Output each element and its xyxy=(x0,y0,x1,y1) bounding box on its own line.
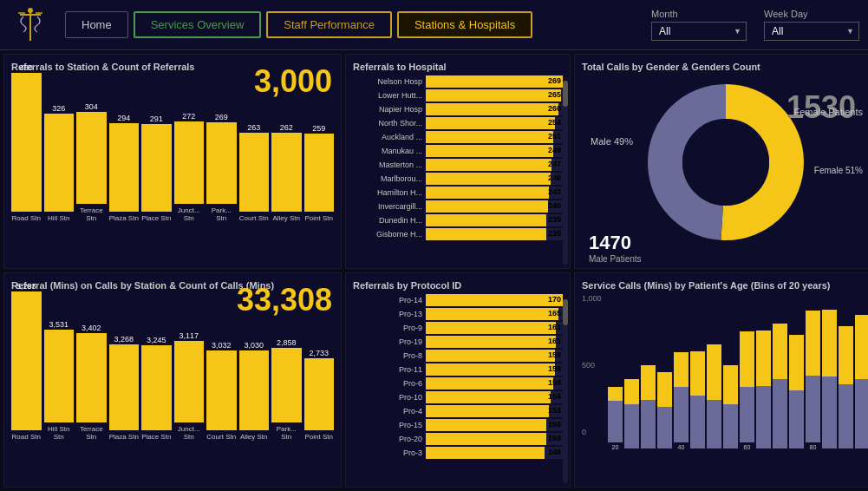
h-bar-label: Pro-4 xyxy=(353,407,422,416)
h-bar-row: North Shor...254 xyxy=(353,117,563,129)
bar-fill xyxy=(141,124,172,212)
h-bar-track: 154 xyxy=(426,391,563,403)
h-bar-fill xyxy=(426,187,549,199)
weekday-label: Week Day xyxy=(764,9,859,19)
h-bar-fill xyxy=(426,377,553,390)
bar-value-label: 3,032 xyxy=(212,341,232,350)
h-bar-value: 238 xyxy=(548,215,561,224)
h-bar-track: 238 xyxy=(426,228,563,240)
bar-column: 3,030Alley Stn xyxy=(239,341,270,442)
bar-x-label: Alley Stn xyxy=(272,214,300,223)
month-select[interactable]: All xyxy=(651,22,747,41)
h-bar-track: 158 xyxy=(426,377,563,390)
bar-column: 304Terrace Stn xyxy=(76,102,107,223)
bar-value-label: 259 xyxy=(312,124,325,133)
referrals-station-panel: Referrals to Station & Count of Referral… xyxy=(3,54,342,269)
bar-column: 3,245Place Stn xyxy=(141,336,172,442)
h-bar-label: Gisborne H... xyxy=(353,230,422,239)
h-bar-fill xyxy=(426,391,551,403)
bar-column: 262Alley Stn xyxy=(271,123,302,223)
service-bar-bottom xyxy=(756,386,771,448)
h-bar-track: 238 xyxy=(426,214,563,226)
bar-fill xyxy=(11,73,42,212)
staff-tab[interactable]: Staff Performance xyxy=(266,11,392,38)
service-bar-age-label: 20 xyxy=(612,444,619,450)
service-bar-bottom xyxy=(789,390,804,448)
h-bar-label: Pro-13 xyxy=(353,310,422,318)
hospital-scrollbar[interactable] xyxy=(563,81,568,265)
h-bar-row: Pro-14170 xyxy=(353,294,563,306)
h-bar-track: 165 xyxy=(426,308,563,320)
bar-column: 3,032Court Stn xyxy=(206,341,237,442)
h-bar-label: Hamilton H... xyxy=(353,188,422,197)
total-calls-title: Total Calls by Gender & Genders Count xyxy=(582,62,868,72)
h-bar-value: 251 xyxy=(548,132,561,141)
bar-value-label: 3,030 xyxy=(244,341,264,350)
bar-fill xyxy=(44,114,75,212)
h-bar-value: 153 xyxy=(548,406,561,415)
referrals-hospital-chart: Nelson Hosp269Lower Hutt...265Napier Hos… xyxy=(353,75,563,240)
service-bar-col xyxy=(641,365,656,450)
header-filters: Month All Week Day All xyxy=(651,9,859,41)
h-bar-track: 159 xyxy=(426,363,563,376)
referrals-station-total: 3,000 xyxy=(254,63,332,100)
h-bar-row: Pro-19161 xyxy=(353,336,563,348)
service-bar-top xyxy=(806,311,820,376)
bar-fill xyxy=(239,133,270,212)
service-bar-col xyxy=(789,335,804,450)
service-bar-bottom xyxy=(608,401,623,442)
service-bar-stack xyxy=(822,310,837,448)
referral-mins-panel: Referral (Mins) on Calls by Station & Co… xyxy=(3,272,342,488)
h-bar-row: Lower Hutt...265 xyxy=(353,89,563,101)
h-bar-row: Pro-15150 xyxy=(353,419,563,431)
service-bar-top xyxy=(822,310,837,376)
h-bar-value: 243 xyxy=(548,187,561,196)
service-bar-bottom xyxy=(855,379,868,448)
bar-value-label: 263 xyxy=(247,123,260,132)
h-bar-track: 159 xyxy=(426,350,563,362)
stations-tab[interactable]: Stations & Hospitals xyxy=(397,11,532,38)
h-bar-fill xyxy=(426,89,561,101)
male-patients-label: Male Patients xyxy=(589,254,642,264)
bar-column: 3,117Junct... Stn xyxy=(174,331,205,442)
service-bar-top xyxy=(690,351,705,396)
h-bar-label: Nelson Hosp xyxy=(353,77,422,86)
h-bar-row: Pro-3148 xyxy=(353,447,563,459)
female-pct-label: Female 51% xyxy=(814,166,863,175)
h-bar-track: 249 xyxy=(426,145,563,157)
weekday-select[interactable]: All xyxy=(764,22,859,41)
bar-fill xyxy=(76,112,107,204)
service-bar-top xyxy=(641,365,656,400)
bar-fill xyxy=(304,134,335,212)
service-bar-age-label: 40 xyxy=(678,444,685,450)
h-bar-track: 150 xyxy=(426,433,563,445)
bar-value-label: 294 xyxy=(117,114,130,122)
bar-column: 269Park... Stn xyxy=(206,113,237,223)
service-bar-stack xyxy=(855,315,868,448)
bar-x-label: Plaza Stn xyxy=(109,214,139,223)
service-bar-top xyxy=(674,352,689,387)
bar-column: 3,402Terrace Stn xyxy=(76,324,107,442)
h-bar-fill xyxy=(426,131,553,143)
home-tab[interactable]: Home xyxy=(65,11,128,38)
protocol-scrollbar[interactable] xyxy=(563,299,568,483)
service-bar-col xyxy=(756,331,771,450)
h-bar-value: 246 xyxy=(548,173,561,182)
service-calls-panel: Service Calls (Mins) by Patient's Age (B… xyxy=(574,272,868,488)
service-bar-bottom xyxy=(641,400,656,448)
services-tab[interactable]: Services Overview xyxy=(134,11,262,38)
h-bar-fill xyxy=(426,75,563,88)
bar-x-label: Place Stn xyxy=(141,433,171,442)
service-bar-bottom xyxy=(822,376,837,448)
bar-column: 5,293Road Stn xyxy=(11,282,42,442)
h-bar-value: 249 xyxy=(548,146,561,154)
h-bar-value: 150 xyxy=(548,420,561,429)
h-bar-fill xyxy=(426,117,555,129)
service-bar-col xyxy=(822,310,837,450)
bar-x-label: Road Stn xyxy=(12,214,41,223)
h-bar-fill xyxy=(426,159,551,171)
protocol-scrollbar-thumb xyxy=(563,299,568,325)
bar-value-label: 262 xyxy=(280,123,293,132)
h-bar-fill xyxy=(426,103,558,115)
h-bar-value: 247 xyxy=(548,160,561,168)
